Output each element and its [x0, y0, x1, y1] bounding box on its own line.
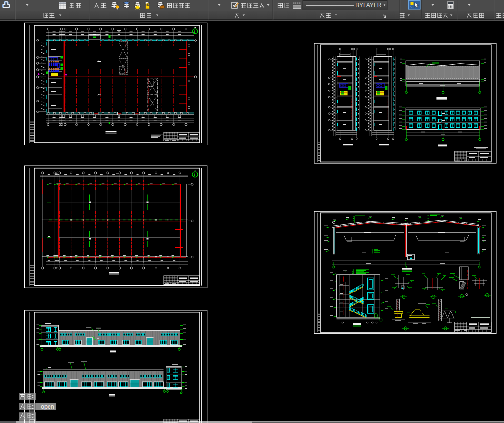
svg-text:BYLAYER: BYLAYER: [356, 2, 382, 9]
svg-text:_open: _open: [37, 403, 54, 410]
